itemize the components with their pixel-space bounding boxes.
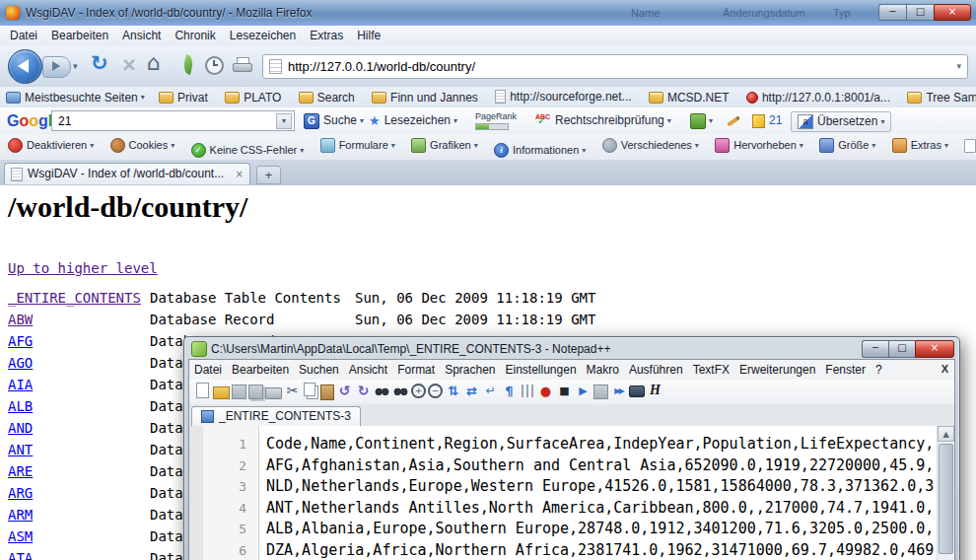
- line-text[interactable]: ANT,Netherlands Antilles,North America,C…: [266, 499, 934, 517]
- entry-link[interactable]: ANT: [8, 442, 33, 458]
- maximize-button[interactable]: □: [906, 4, 934, 21]
- menu-item[interactable]: Bearbeiten: [227, 360, 294, 380]
- scroll-up-icon[interactable]: ▲: [938, 426, 954, 442]
- webdev-item[interactable]: Grafiken ▾: [407, 137, 482, 154]
- webdev-item[interactable]: Quellte ▾: [960, 138, 976, 154]
- menu-item[interactable]: TextFX: [688, 360, 734, 380]
- url-text[interactable]: http://127.0.0.1/world-db/country/: [288, 59, 475, 75]
- autofill-button[interactable]: ▾: [690, 111, 713, 130]
- minimize-button[interactable]: −: [862, 340, 888, 358]
- line-text[interactable]: ALB,Albania,Europe,Southern Europe,28748…: [266, 520, 934, 537]
- indent-guide-icon[interactable]: [522, 385, 533, 397]
- menu-item[interactable]: Sprachen: [440, 360, 500, 380]
- scrollbar-thumb[interactable]: [939, 444, 953, 554]
- save-macro-icon[interactable]: [593, 385, 608, 399]
- google-search-box[interactable]: 21 ▾: [51, 110, 295, 131]
- up-to-higher-level-link[interactable]: Up to higher level: [8, 260, 158, 277]
- bookmark-item[interactable]: PLATO: [225, 90, 284, 105]
- menu-item[interactable]: ?: [871, 360, 887, 380]
- bookmark-item[interactable]: http://sourceforge.net...: [495, 89, 634, 105]
- reload-button[interactable]: ↻: [91, 51, 108, 76]
- menu-item[interactable]: Ausführen: [624, 360, 688, 380]
- google-search-button[interactable]: G Suche ▾: [304, 111, 364, 130]
- close-button[interactable]: ×: [915, 340, 954, 358]
- menu-item[interactable]: Einstellungen: [501, 360, 582, 380]
- webdev-item[interactable]: Deaktivieren ▾: [4, 137, 98, 154]
- entry-link[interactable]: AFG: [8, 333, 33, 350]
- play-macro-icon[interactable]: ▶: [575, 383, 592, 399]
- cut-icon[interactable]: ✂: [284, 383, 301, 399]
- new-tab-button[interactable]: +: [256, 166, 281, 184]
- bookmark-item[interactable]: Privat: [159, 90, 211, 105]
- webdev-item[interactable]: Cookies ▾: [106, 137, 179, 154]
- pagerank-indicator[interactable]: PageRank: [475, 111, 517, 130]
- line-text[interactable]: NLD,Netherlands,Europe,Western Europe,41…: [266, 477, 934, 495]
- search-dropdown-icon[interactable]: ▾: [276, 113, 292, 129]
- open-file-icon[interactable]: [213, 386, 230, 399]
- webdev-item[interactable]: Formulare ▾: [316, 137, 399, 154]
- webdev-item[interactable]: i Informationen ▾: [490, 142, 590, 159]
- replace-icon[interactable]: [392, 383, 409, 399]
- bookmark-item[interactable]: Search: [299, 90, 358, 105]
- paste-icon[interactable]: [320, 385, 334, 400]
- webdev-item[interactable]: Extras ▾: [888, 137, 952, 154]
- document-tab[interactable]: _ENTIRE_CONTENTS-3: [191, 406, 361, 426]
- zoom-in-icon[interactable]: +: [411, 384, 426, 398]
- bookmark-item[interactable]: http://127.0.0.1:8001/a...: [746, 90, 893, 105]
- home-button[interactable]: ⌂: [147, 50, 161, 76]
- spellcheck-button[interactable]: ABC ✓ Rechtschreibprüfung ▾: [534, 111, 671, 130]
- save-all-icon[interactable]: [248, 385, 263, 399]
- menu-item[interactable]: Ansicht: [344, 360, 392, 380]
- entry-link[interactable]: ASM: [8, 528, 33, 545]
- webdev-item[interactable]: Größe ▾: [815, 137, 879, 154]
- textfx-icon[interactable]: H: [647, 383, 663, 399]
- sync-vertical-icon[interactable]: ⇅: [445, 383, 461, 399]
- record-macro-icon[interactable]: ●: [537, 383, 554, 399]
- menu-item[interactable]: Lesezeichen: [223, 26, 303, 45]
- notepad-titlebar[interactable]: C:\Users\Martin\AppData\Local\Temp\_ENTI…: [186, 339, 957, 359]
- menu-item[interactable]: Format: [392, 360, 440, 380]
- menu-item[interactable]: Erweiterungen: [734, 360, 820, 380]
- entry-link[interactable]: ARE: [8, 463, 33, 480]
- find-term-button[interactable]: 21: [752, 111, 782, 130]
- url-bar[interactable]: http://127.0.0.1/world-db/country/ ▾: [262, 54, 968, 79]
- menu-item[interactable]: Datei: [189, 360, 227, 380]
- pencil-button[interactable]: [727, 111, 740, 130]
- copy-icon[interactable]: [304, 383, 315, 396]
- vertical-scrollbar[interactable]: ▲: [937, 426, 954, 560]
- menu-item[interactable]: Chronik: [168, 26, 222, 45]
- webdev-item[interactable]: Hervorheben ▾: [711, 137, 807, 154]
- monitor-icon[interactable]: [629, 385, 645, 397]
- editor-area[interactable]: 1 Code,Name,Continent,Region,SurfaceArea…: [189, 426, 954, 560]
- save-icon[interactable]: [232, 385, 246, 399]
- history-dropdown-icon[interactable]: ▾: [73, 61, 78, 72]
- zoom-out-icon[interactable]: −: [428, 384, 443, 398]
- entry-link[interactable]: ARG: [8, 485, 33, 502]
- feather-extension-icon[interactable]: [180, 54, 195, 75]
- print-button[interactable]: [233, 57, 252, 72]
- history-clock-icon[interactable]: [205, 56, 224, 75]
- bookmark-item[interactable]: Meistbesuchte Seiten ▾: [6, 90, 145, 105]
- webdev-item[interactable]: ✓ Keine CSS-Fehler ▾: [187, 142, 309, 159]
- firefox-titlebar[interactable]: WsgiDAV - Index of /world-db/country/ - …: [0, 0, 976, 27]
- bookmark-item[interactable]: MCSD.NET: [649, 90, 732, 105]
- menu-item[interactable]: Datei: [3, 26, 44, 45]
- menu-item[interactable]: Extras: [303, 26, 350, 45]
- sync-horizontal-icon[interactable]: ⇄: [463, 383, 480, 399]
- menu-item[interactable]: Ansicht: [115, 26, 168, 45]
- menu-item[interactable]: Hilfe: [350, 26, 387, 45]
- line-text[interactable]: Code,Name,Continent,Region,SurfaceArea,I…: [266, 435, 934, 453]
- menu-item[interactable]: Makro: [582, 360, 624, 380]
- print-icon[interactable]: [265, 387, 282, 399]
- translate-button[interactable]: a Übersetzen ▾: [791, 111, 891, 132]
- entry-link[interactable]: _ENTIRE_CONTENTS: [8, 290, 141, 307]
- redo-icon[interactable]: ↻: [355, 383, 372, 399]
- menu-item[interactable]: Bearbeiten: [44, 26, 115, 45]
- entry-link[interactable]: ATA: [8, 550, 33, 560]
- bookmark-item[interactable]: Tree Samples: [907, 90, 976, 105]
- close-button[interactable]: ×: [934, 4, 971, 21]
- back-button[interactable]: [8, 49, 42, 84]
- new-file-icon[interactable]: [196, 383, 209, 398]
- entry-link[interactable]: ARM: [8, 507, 33, 524]
- line-text[interactable]: DZA,Algeria,Africa,Northern Africa,23817…: [266, 541, 934, 559]
